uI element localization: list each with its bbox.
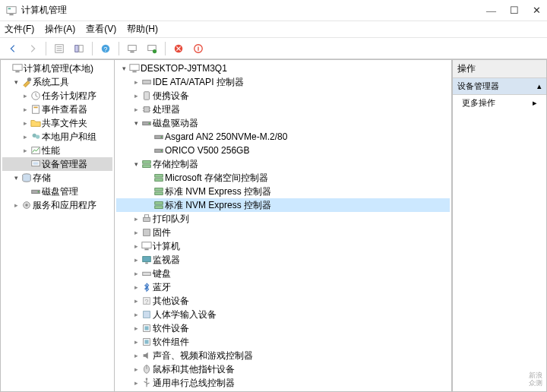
expand-icon[interactable] [21, 132, 30, 141]
nav-root[interactable]: 计算机管理(本地) [2, 62, 112, 75]
users-icon [30, 131, 41, 142]
expand-icon[interactable] [131, 228, 141, 237]
expand-icon[interactable] [131, 378, 141, 387]
expand-icon[interactable] [21, 91, 30, 100]
svg-rect-37 [144, 107, 150, 112]
expand-icon[interactable] [131, 283, 141, 292]
label: 处理器 [153, 103, 180, 116]
scan-button[interactable] [124, 40, 141, 57]
minimize-button[interactable]: — [486, 5, 496, 17]
expand-icon[interactable] [21, 119, 30, 128]
cat-mouse[interactable]: 鼠标和其他指针设备 [116, 362, 450, 376]
cat-diskdrive[interactable]: 磁盘驱动器 [116, 116, 450, 130]
snd-icon [141, 350, 152, 361]
disk-orico[interactable]: ORICO V500 256GB [116, 144, 450, 157]
nav-shared[interactable]: 共享文件夹 [2, 116, 112, 130]
expand-icon[interactable] [131, 296, 141, 305]
expand-icon[interactable] [131, 269, 141, 278]
other-icon: ? [141, 296, 152, 306]
svg-rect-35 [143, 80, 151, 84]
separator [165, 42, 166, 55]
nav-eventvwr[interactable]: 事件查看器 [2, 103, 112, 116]
nav-localusers[interactable]: 本地用户和组 [2, 130, 112, 144]
cat-bluetooth[interactable]: 蓝牙 [116, 280, 450, 294]
properties-button[interactable] [51, 40, 68, 57]
storctl-nvme1[interactable]: 标准 NVM Express 控制器 [116, 185, 450, 198]
disk-asgard[interactable]: Asgard AN2 250NVMe-M.2/80 [116, 130, 450, 144]
cat-other[interactable]: ?其他设备 [116, 294, 450, 308]
cat-sound[interactable]: 声音、视频和游戏控制器 [116, 349, 450, 362]
expand-icon[interactable] [11, 201, 21, 210]
cat-cpu[interactable]: 处理器 [116, 103, 450, 116]
nav-devmgr[interactable]: 设备管理器 [2, 157, 112, 171]
menu-view[interactable]: 查看(V) [86, 23, 116, 36]
expand-icon[interactable] [131, 214, 141, 223]
device-root[interactable]: DESKTOP-J9TM3Q1 [116, 62, 450, 75]
disable-button[interactable] [170, 40, 187, 57]
nav-diskmgmt[interactable]: 磁盘管理 [2, 185, 112, 198]
expand-icon[interactable] [131, 324, 141, 333]
expand-icon[interactable] [131, 310, 141, 319]
collapse-icon[interactable] [131, 119, 141, 128]
uninstall-button[interactable] [190, 40, 207, 57]
collapse-icon[interactable] [119, 64, 128, 73]
expand-icon[interactable] [131, 91, 141, 100]
tools-icon [21, 77, 32, 87]
forward-button[interactable] [24, 40, 41, 57]
collapse-icon[interactable] [131, 160, 141, 169]
spacer [144, 173, 153, 182]
cat-computer[interactable]: 计算机 [116, 239, 450, 253]
cat-portable[interactable]: 便携设备 [116, 89, 450, 103]
nav-services[interactable]: 服务和应用程序 [2, 198, 112, 212]
hid-icon [141, 309, 152, 320]
menu-action[interactable]: 操作(A) [45, 23, 75, 36]
expand-icon[interactable] [131, 255, 141, 264]
svg-rect-66 [144, 311, 150, 318]
expand-icon[interactable] [21, 105, 30, 114]
cat-swcomp[interactable]: 软件组件 [116, 335, 450, 349]
actions-selected[interactable]: 设备管理器 ▴ [453, 78, 546, 95]
svg-rect-8 [79, 45, 83, 52]
cat-usb[interactable]: 通用串行总线控制器 [116, 376, 450, 390]
cat-monitor[interactable]: 监视器 [116, 253, 450, 267]
expand-icon[interactable] [131, 242, 141, 251]
expand-icon[interactable] [131, 337, 141, 346]
svg-rect-52 [155, 188, 163, 191]
expand-icon[interactable] [131, 351, 141, 360]
update-button[interactable] [144, 40, 160, 57]
nav-tasksched[interactable]: 任务计划程序 [2, 89, 112, 103]
cat-firmware[interactable]: 固件 [116, 226, 450, 239]
help-button[interactable]: ? [97, 40, 114, 57]
clock-icon [30, 90, 41, 101]
nav-perf[interactable]: 性能 [2, 144, 112, 157]
back-button[interactable] [5, 40, 21, 57]
svg-text:?: ? [104, 45, 108, 52]
maximize-button[interactable]: ☐ [510, 5, 519, 17]
expand-icon[interactable] [21, 146, 30, 155]
cat-swdev[interactable]: 软件设备 [116, 321, 450, 335]
svg-point-24 [36, 134, 40, 138]
storctl-nvme2[interactable]: 标准 NVM Express 控制器 [116, 198, 450, 212]
nav-storage[interactable]: 存储 [2, 171, 112, 185]
collapse-icon[interactable] [11, 77, 21, 87]
label: 打印队列 [153, 213, 189, 226]
collapse-icon[interactable] [11, 173, 21, 182]
cat-printq[interactable]: 打印队列 [116, 212, 450, 226]
storctl-ms[interactable]: Microsoft 存储空间控制器 [116, 171, 450, 185]
cat-ide[interactable]: IDE ATA/ATAPI 控制器 [116, 75, 450, 89]
cat-storagectl[interactable]: 存储控制器 [116, 157, 450, 171]
cat-keyboard[interactable]: 键盘 [116, 267, 450, 280]
close-button[interactable]: ✕ [533, 5, 541, 17]
cat-hid[interactable]: 人体学输入设备 [116, 308, 450, 321]
separator [119, 42, 119, 55]
expand-icon[interactable] [131, 105, 141, 114]
menu-file[interactable]: 文件(F) [5, 23, 34, 36]
svg-point-30 [38, 191, 40, 193]
show-hide-button[interactable] [71, 40, 87, 57]
actions-more[interactable]: 更多操作 ▸ [453, 95, 546, 111]
expand-icon[interactable] [131, 365, 141, 374]
nav-systools[interactable]: 系统工具 [2, 75, 112, 89]
menu-help[interactable]: 帮助(H) [127, 23, 158, 36]
expand-icon[interactable] [131, 77, 141, 87]
svg-rect-18 [15, 71, 19, 73]
